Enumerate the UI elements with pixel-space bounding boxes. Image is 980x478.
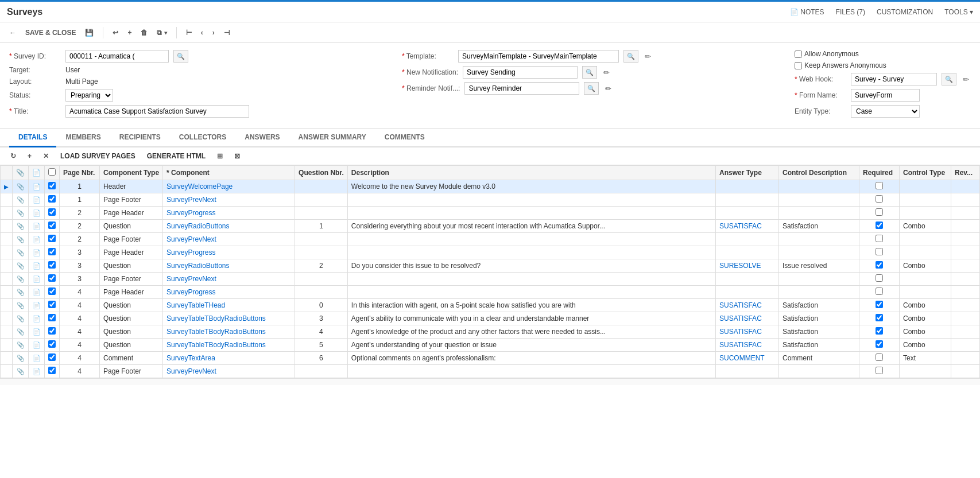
row-required[interactable]: [859, 286, 900, 299]
row-answer-type[interactable]: SUSATISFAC: [716, 339, 779, 352]
row-checkbox[interactable]: [48, 274, 56, 282]
row-answer-type[interactable]: SUSATISFAC: [716, 325, 779, 339]
row-required[interactable]: [859, 339, 900, 352]
row-checkbox[interactable]: [48, 287, 56, 295]
component-link[interactable]: SurveyRadioButtons: [166, 262, 229, 270]
component-link[interactable]: SurveyTableTBodyRadioButtons: [166, 314, 266, 322]
row-component[interactable]: SurveyProgress: [163, 246, 295, 259]
copy-row-icon[interactable]: 📄: [33, 262, 41, 269]
component-link[interactable]: SurveyWelcomePage: [166, 182, 233, 191]
reminder-notif-edit[interactable]: ✏: [603, 82, 613, 95]
row-check-cell[interactable]: [45, 259, 60, 273]
row-attach-cell[interactable]: 📎: [13, 220, 29, 233]
answer-type-link[interactable]: SUSATISFAC: [719, 314, 762, 322]
attach-icon[interactable]: 📎: [17, 355, 25, 362]
row-copy-cell[interactable]: 📄: [29, 365, 45, 378]
col-description-header[interactable]: Description: [347, 166, 715, 180]
reminder-notif-input[interactable]: [464, 82, 579, 95]
copy-button[interactable]: ⧉ ▾: [154, 28, 169, 38]
row-check-cell[interactable]: [45, 286, 60, 299]
row-required-checkbox[interactable]: [876, 314, 883, 321]
col-required-header[interactable]: Required: [859, 166, 900, 180]
answer-type-link[interactable]: SUSATISFAC: [719, 301, 762, 309]
web-hook-search[interactable]: 🔍: [942, 73, 956, 86]
attach-icon[interactable]: 📎: [17, 209, 25, 216]
copy-row-icon[interactable]: 📄: [33, 249, 41, 256]
notes-action[interactable]: 📄 NOTES: [790, 8, 824, 16]
copy-row-icon[interactable]: 📄: [33, 275, 41, 282]
row-check-cell[interactable]: [45, 220, 60, 233]
tab-members[interactable]: MEMBERS: [56, 129, 110, 147]
web-hook-input[interactable]: [851, 73, 937, 86]
web-hook-edit[interactable]: ✏: [961, 73, 971, 86]
delete-button[interactable]: 🗑: [138, 28, 150, 38]
col-check-header[interactable]: [45, 166, 60, 180]
load-survey-button[interactable]: LOAD SURVEY PAGES: [57, 151, 139, 161]
attach-icon[interactable]: 📎: [17, 236, 25, 243]
row-expand-icon[interactable]: ▶: [4, 184, 9, 190]
row-checkbox[interactable]: [48, 261, 56, 269]
component-link[interactable]: SurveyPrevNext: [166, 367, 216, 375]
row-check-cell[interactable]: [45, 273, 60, 286]
survey-id-input[interactable]: [65, 50, 169, 63]
row-copy-cell[interactable]: 📄: [29, 339, 45, 352]
row-checkbox[interactable]: [48, 208, 56, 216]
row-required-checkbox[interactable]: [876, 221, 883, 229]
tab-answer-summary[interactable]: ANSWER SUMMARY: [289, 129, 375, 147]
row-copy-cell[interactable]: 📄: [29, 273, 45, 286]
row-checkbox[interactable]: [48, 340, 56, 348]
row-required[interactable]: [859, 193, 900, 207]
prev-button[interactable]: ‹: [199, 28, 206, 38]
answer-type-link[interactable]: SUSATISFAC: [719, 222, 762, 230]
allow-anonymous-check[interactable]: Allow Anonymous: [795, 50, 859, 58]
row-component[interactable]: SurveyRadioButtons: [163, 259, 295, 273]
row-component[interactable]: SurveyPrevNext: [163, 365, 295, 378]
detail-add-button[interactable]: +: [24, 151, 35, 161]
tab-recipients[interactable]: RECIPIENTS: [110, 129, 170, 147]
row-checkbox[interactable]: [48, 314, 56, 321]
copy-row-icon[interactable]: 📄: [33, 368, 41, 375]
tab-comments[interactable]: COMMENTS: [375, 129, 434, 147]
template-input[interactable]: [458, 50, 619, 63]
answer-type-link[interactable]: SUSATISFAC: [719, 328, 762, 336]
row-component[interactable]: SurveyRadioButtons: [163, 220, 295, 233]
component-link[interactable]: SurveyTextArea: [166, 354, 215, 362]
row-required-checkbox[interactable]: [876, 287, 883, 295]
row-copy-cell[interactable]: 📄: [29, 312, 45, 325]
row-checkbox[interactable]: [48, 367, 56, 374]
row-required[interactable]: [859, 352, 900, 365]
add-button[interactable]: +: [125, 28, 134, 38]
detail-delete-button[interactable]: ✕: [40, 151, 52, 161]
allow-anonymous-checkbox[interactable]: [795, 50, 802, 58]
row-required[interactable]: [859, 312, 900, 325]
row-copy-cell[interactable]: 📄: [29, 325, 45, 339]
copy-row-icon[interactable]: 📄: [33, 196, 41, 203]
attach-icon[interactable]: 📎: [17, 302, 25, 309]
col-page-nbr-header[interactable]: Page Nbr.: [60, 166, 100, 180]
copy-row-icon[interactable]: 📄: [33, 209, 41, 216]
row-component[interactable]: SurveyPrevNext: [163, 273, 295, 286]
copy-row-icon[interactable]: 📄: [33, 223, 41, 230]
row-checkbox[interactable]: [48, 235, 56, 242]
row-required[interactable]: [859, 325, 900, 339]
undo-button[interactable]: ↩: [110, 28, 121, 38]
copy-row-icon[interactable]: 📄: [33, 289, 41, 296]
row-attach-cell[interactable]: 📎: [13, 193, 29, 207]
row-attach-cell[interactable]: 📎: [13, 207, 29, 220]
first-button[interactable]: ⊢: [184, 28, 194, 38]
col-component-type-header[interactable]: Component Type: [100, 166, 163, 180]
answer-type-link[interactable]: SURESOLVE: [719, 262, 761, 270]
row-answer-type[interactable]: SUSATISFAC: [716, 220, 779, 233]
attach-icon[interactable]: 📎: [17, 275, 25, 282]
row-checkbox[interactable]: [48, 353, 56, 361]
refresh-button[interactable]: ↻: [7, 151, 20, 161]
col-component-header[interactable]: * Component: [163, 166, 295, 180]
component-link[interactable]: SurveyRadioButtons: [166, 222, 229, 230]
tools-action[interactable]: TOOLS ▾: [944, 8, 973, 16]
copy-row-icon[interactable]: 📄: [33, 341, 41, 348]
row-check-cell[interactable]: [45, 180, 60, 193]
row-component[interactable]: SurveyPrevNext: [163, 193, 295, 207]
keep-answers-checkbox[interactable]: [795, 62, 802, 69]
row-check-cell[interactable]: [45, 365, 60, 378]
detail-icon-button[interactable]: ⊠: [231, 151, 243, 161]
